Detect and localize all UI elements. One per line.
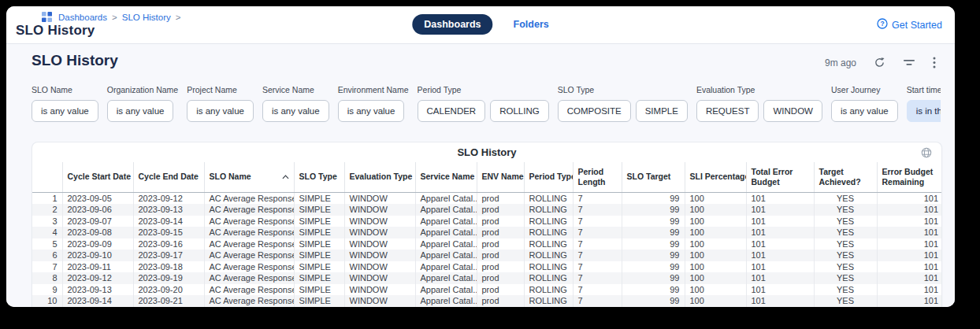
table-cell: 2023-09-21 [133,295,204,307]
filter-option-simple[interactable]: SIMPLE [636,100,688,122]
column-header-error-budget-remaining[interactable]: Error Budget Remaining [877,162,942,192]
table-cell: 7 [573,216,622,227]
table-cell: ROLLING [524,261,573,273]
table-cell: ROLLING [524,284,573,296]
filter-icon[interactable] [903,57,915,68]
table-cell: WINDOW [344,295,415,307]
filter-period-type: Period TypeCALENDERROLLING [418,85,549,122]
table-cell: ROLLING [524,216,573,227]
table-cell: prod [477,227,524,238]
tab-folders[interactable]: Folders [514,19,549,30]
filter-controls: is any value [831,100,898,122]
table-cell: ROLLING [524,295,573,307]
filter-controls: REQUESTWINDOW [696,100,822,122]
filter-value-organization-name[interactable]: is any value [107,100,174,122]
table-cell: 101 [877,272,942,284]
filter-controls: is in the last 2 months [907,100,941,122]
filter-label: SLO Type [558,85,688,94]
table-row: 72023-09-112023-09-18AC Average Response… [32,261,942,273]
tab-dashboards[interactable]: Dashboards [412,14,492,35]
filter-option-calender[interactable]: CALENDER [418,100,486,122]
table-cell: SIMPLE [294,284,344,296]
table-cell: 2023-09-08 [62,227,133,238]
column-header-evaluation-type[interactable]: Evaluation Type [344,162,415,192]
table-cell: 2023-09-14 [133,216,204,227]
column-header-cycle-start-date[interactable]: Cycle Start Date [62,162,133,192]
filter-option-composite[interactable]: COMPOSITE [558,100,631,122]
table-cell: 99 [622,216,685,227]
column-header-service-name[interactable]: Service Name [415,162,477,192]
filter-value-service-name[interactable]: is any value [262,100,329,122]
table-cell: 101 [746,295,814,307]
filter-label: User Journey [831,85,898,94]
table-cell: 2023-09-11 [62,261,133,273]
table-cell: YES [814,284,877,296]
filter-label: Organization Name [107,85,178,94]
table-cell: ROLLING [524,238,573,250]
filter-option-rolling[interactable]: ROLLING [490,100,549,122]
filter-value-project-name[interactable]: is any value [187,100,254,122]
top-bar: Dashboards > SLO History > SLO History D… [6,6,955,44]
filter-value-start-time-duration[interactable]: is in the last 2 months [907,100,941,122]
get-started-button[interactable]: ? Get Started [877,18,942,31]
slo-history-tile: SLO History Cycle Start DateCycle End Da… [32,142,942,307]
table-cell: YES [814,238,877,250]
filter-controls: is any value [32,100,98,122]
table-cell: 100 [685,216,746,227]
table-cell: WINDOW [344,261,415,273]
column-header-slo-type[interactable]: SLO Type [294,162,344,192]
column-header-period-type[interactable]: Period Type [524,162,573,192]
filter-option-window[interactable]: WINDOW [763,100,822,122]
row-number-cell: 8 [32,272,62,284]
table-cell: 101 [877,238,942,250]
filter-value-slo-name[interactable]: is any value [32,100,98,122]
column-header-cycle-end-date[interactable]: Cycle End Date [133,162,204,192]
column-header-total-error-budget[interactable]: Total Error Budget [746,162,814,192]
table-cell: 101 [746,284,814,296]
table-cell: 7 [573,284,622,296]
column-header-target-achieved[interactable]: Target Achieved? [814,162,877,192]
table-cell: 2023-09-12 [133,192,204,204]
table-cell: Apparel Catal... [415,216,477,227]
table-cell: 100 [685,261,746,273]
table-cell: 2023-09-20 [133,284,204,296]
table-cell: prod [477,284,524,296]
filter-evaluation-type: Evaluation TypeREQUESTWINDOW [696,85,822,122]
refresh-icon[interactable] [874,57,885,68]
table-cell: 7 [573,261,622,273]
kebab-menu-icon[interactable] [933,57,936,68]
table-row: 12023-09-052023-09-12AC Average Response… [32,192,942,204]
globe-icon [921,147,932,161]
column-header-slo-target[interactable]: SLO Target [622,162,685,192]
row-number-cell: 1 [32,192,62,204]
column-header-label: SLO Name [210,172,251,182]
table-cell: ROLLING [524,204,573,216]
table-cell: prod [477,295,524,307]
table-cell: AC Average Response Time [204,192,294,204]
get-started-label: Get Started [892,20,942,31]
breadcrumb-separator: > [112,13,117,22]
table-cell: prod [477,192,524,204]
column-header-sli-percentage[interactable]: SLI Percentage [685,162,746,192]
table-cell: Apparel Catal... [415,272,477,284]
table-cell: 101 [746,261,814,273]
filter-label: Environment Name [338,85,409,94]
table-cell: WINDOW [344,238,415,250]
filter-value-environment-name[interactable]: is any value [338,100,405,122]
table-cell: 2023-09-13 [62,284,133,296]
column-header-row-number[interactable] [32,162,62,192]
filter-option-request[interactable]: REQUEST [696,100,759,122]
table-cell: Apparel Catal... [415,250,477,261]
table-cell: 100 [685,295,746,307]
column-header-slo-name[interactable]: SLO Name [204,162,294,192]
table-cell: SIMPLE [294,216,344,227]
breadcrumb-link-dashboards[interactable]: Dashboards [58,13,107,22]
column-header-env-name[interactable]: ENV Name [477,162,524,192]
column-header-period-length[interactable]: Period Length [573,162,622,192]
table-cell: AC Average Response Time [204,295,294,307]
breadcrumb-link-slo-history[interactable]: SLO History [122,13,171,22]
table-cell: 2023-09-07 [62,216,133,227]
filter-value-user-journey[interactable]: is any value [831,100,898,122]
table-cell: 7 [573,204,622,216]
table-cell: 100 [685,272,746,284]
